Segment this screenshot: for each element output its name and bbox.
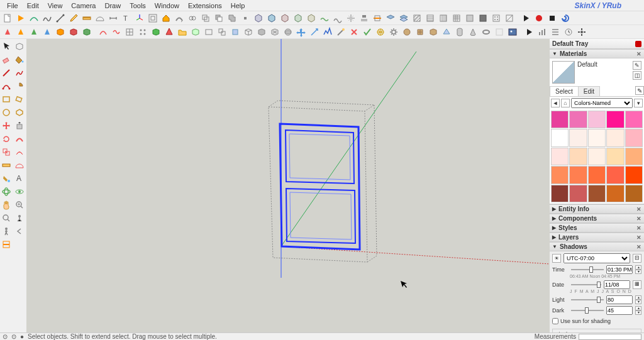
sandbox-2-icon[interactable] bbox=[331, 12, 344, 25]
component-tool-icon[interactable] bbox=[13, 40, 26, 53]
rot-rect-icon[interactable] bbox=[13, 93, 26, 106]
color-swatch[interactable] bbox=[569, 148, 587, 165]
materials-menu-icon[interactable]: ▾ bbox=[634, 99, 643, 107]
dark-down-icon[interactable]: ▾ bbox=[635, 310, 641, 315]
pyramid-icon[interactable] bbox=[163, 26, 175, 38]
time-field[interactable] bbox=[606, 265, 633, 274]
rotate-tool-icon[interactable] bbox=[0, 133, 13, 145]
cross-icon[interactable] bbox=[348, 26, 360, 38]
menu-help[interactable]: Help bbox=[226, 1, 250, 11]
wand-icon[interactable] bbox=[335, 26, 347, 38]
select-tool-icon[interactable] bbox=[0, 40, 13, 53]
arc-tool-icon[interactable] bbox=[28, 12, 40, 25]
line-tool-icon[interactable] bbox=[54, 12, 67, 25]
pencil-icon[interactable] bbox=[67, 12, 80, 25]
polygon2-icon[interactable] bbox=[13, 106, 26, 119]
prev-view-icon[interactable] bbox=[13, 225, 26, 238]
union-icon[interactable] bbox=[226, 12, 238, 25]
box-1-icon[interactable] bbox=[189, 26, 202, 38]
solid-2-icon[interactable] bbox=[265, 12, 278, 25]
panel-entity-info-header[interactable]: ▶Entity Info✕ bbox=[550, 204, 644, 214]
gear-icon[interactable] bbox=[387, 26, 400, 38]
materials-edit-tab[interactable]: Edit bbox=[578, 86, 600, 96]
intersect-icon[interactable] bbox=[199, 12, 212, 25]
menu-draw[interactable]: Draw bbox=[100, 1, 125, 11]
protractor-icon[interactable] bbox=[94, 12, 106, 25]
play-solid-icon[interactable] bbox=[523, 26, 535, 38]
cube-3-icon[interactable] bbox=[80, 26, 93, 38]
stop-icon[interactable] bbox=[546, 12, 558, 25]
color-swatch[interactable] bbox=[588, 185, 606, 202]
walk-tool-icon[interactable] bbox=[0, 225, 13, 238]
cone-orange-icon[interactable] bbox=[14, 26, 27, 38]
light-up-icon[interactable]: ▴ bbox=[635, 295, 641, 300]
globe-brown-icon[interactable] bbox=[401, 26, 413, 38]
play-icon[interactable] bbox=[14, 12, 27, 25]
settings-icon[interactable] bbox=[575, 26, 588, 38]
solid-5-icon[interactable] bbox=[305, 12, 318, 25]
create-material-icon[interactable]: ◫ bbox=[633, 71, 641, 80]
scale-tool-icon[interactable] bbox=[0, 146, 13, 158]
light-down-icon[interactable]: ▾ bbox=[635, 300, 641, 304]
pie-arc-icon[interactable] bbox=[13, 80, 26, 92]
tray-title-bar[interactable]: Default Tray bbox=[550, 39, 644, 49]
panel-components-header[interactable]: ▶Components✕ bbox=[550, 214, 644, 223]
date-slider[interactable] bbox=[571, 282, 601, 287]
chart-icon[interactable] bbox=[536, 26, 548, 38]
eraser-tool-icon[interactable] bbox=[0, 53, 13, 66]
time-down-icon[interactable]: ▾ bbox=[635, 270, 641, 274]
status-icon-1[interactable]: ⊙ bbox=[3, 333, 8, 340]
cube-x-icon[interactable] bbox=[269, 26, 281, 38]
materials-library-select[interactable]: Colors-Named bbox=[571, 98, 633, 108]
material-preview-thumb[interactable] bbox=[552, 61, 575, 84]
materials-select-tab[interactable]: Select bbox=[550, 86, 579, 96]
zoom-tool-icon[interactable] bbox=[0, 212, 13, 224]
color-swatch[interactable] bbox=[551, 166, 569, 184]
color-swatch[interactable] bbox=[569, 166, 587, 184]
hatch-7-icon[interactable] bbox=[490, 12, 502, 25]
pack-icon[interactable] bbox=[414, 26, 426, 38]
arc-draw-icon[interactable] bbox=[0, 80, 13, 92]
pushpull-icon[interactable] bbox=[160, 12, 172, 25]
time-slider[interactable] bbox=[571, 267, 604, 272]
list-icon[interactable] bbox=[549, 26, 562, 38]
cube-solid-icon[interactable] bbox=[255, 26, 268, 38]
menu-camera[interactable]: Camera bbox=[67, 1, 100, 11]
hatch-3-icon[interactable] bbox=[437, 12, 450, 25]
sandbox-1-icon[interactable] bbox=[318, 12, 331, 25]
status-icon-3[interactable]: ● bbox=[20, 333, 24, 340]
timezone-select[interactable]: UTC-07:00 bbox=[564, 253, 630, 263]
color-swatch[interactable] bbox=[569, 185, 587, 202]
follow-me-icon[interactable] bbox=[173, 12, 186, 25]
time-up-icon[interactable]: ▴ bbox=[635, 265, 641, 270]
color-swatch[interactable] bbox=[606, 148, 624, 165]
swirl-icon[interactable] bbox=[559, 12, 572, 25]
paintbucket-icon[interactable] bbox=[13, 53, 26, 66]
folder-icon[interactable] bbox=[176, 26, 189, 38]
light-field[interactable] bbox=[606, 295, 633, 304]
cone-blue-icon[interactable] bbox=[41, 26, 53, 38]
orbit-tool-icon[interactable] bbox=[0, 185, 13, 198]
model-viewport[interactable] bbox=[26, 39, 550, 332]
materials-edit-icon[interactable]: ✎ bbox=[635, 86, 644, 95]
freehand-icon[interactable] bbox=[13, 67, 26, 79]
cone-green-icon[interactable] bbox=[28, 26, 40, 38]
pushpull2-icon[interactable] bbox=[13, 119, 26, 132]
cube-2-icon[interactable] bbox=[67, 26, 80, 38]
section-icon[interactable] bbox=[371, 12, 384, 25]
record-icon[interactable] bbox=[533, 12, 545, 25]
color-swatch[interactable] bbox=[606, 166, 624, 184]
cube-green-icon[interactable] bbox=[150, 26, 162, 38]
clock-icon[interactable] bbox=[562, 26, 575, 38]
zigzag-icon[interactable] bbox=[321, 26, 334, 38]
lookaround-icon[interactable] bbox=[13, 185, 26, 198]
panel-layers-header[interactable]: ▶Layers✕ bbox=[550, 233, 644, 242]
circle-draw-icon[interactable] bbox=[0, 106, 13, 119]
paint-tool-icon[interactable] bbox=[0, 172, 13, 185]
text-icon[interactable]: T bbox=[120, 12, 133, 25]
curve-2-icon[interactable] bbox=[110, 26, 123, 38]
pan-tool-icon[interactable] bbox=[0, 199, 13, 211]
follow2-icon[interactable] bbox=[13, 133, 26, 145]
shadows-expand-icon[interactable]: ⊟ bbox=[633, 254, 641, 263]
menu-edit[interactable]: Edit bbox=[23, 1, 43, 11]
